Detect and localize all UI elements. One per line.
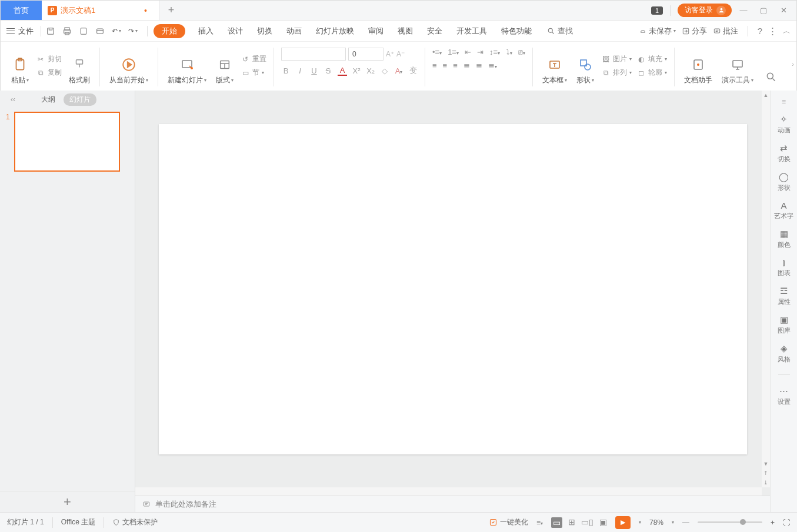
prev-slide-icon[interactable]: ⤒ xyxy=(762,469,770,478)
reset-button[interactable]: ↺重置 xyxy=(241,54,266,64)
cut-button[interactable]: ✂剪切 xyxy=(36,54,62,64)
theme-label[interactable]: Office 主题 xyxy=(61,517,95,527)
from-current-button[interactable]: 从当前开始▾ xyxy=(107,45,151,86)
login-button[interactable]: 访客登录 xyxy=(678,4,732,17)
tab-security[interactable]: 安全 xyxy=(426,24,443,39)
align-justify-button[interactable]: ≣ xyxy=(463,61,470,70)
zoom-out-button[interactable]: — xyxy=(682,518,689,527)
open-icon[interactable] xyxy=(95,26,105,36)
rp-chart[interactable]: ⫿图表 xyxy=(778,257,791,277)
rp-animation[interactable]: ✧动画 xyxy=(778,114,791,135)
copy-button[interactable]: ⧉复制 xyxy=(36,68,62,78)
outline-view-icon[interactable]: ≡▾ xyxy=(536,518,543,527)
rp-style[interactable]: ◈风格 xyxy=(778,343,791,364)
picture-button[interactable]: 🖼图片▾ xyxy=(601,54,632,64)
scroll-up-icon[interactable]: ▲ xyxy=(762,91,770,100)
minimize-button[interactable]: — xyxy=(735,6,752,15)
outline-button[interactable]: ◻轮廓▾ xyxy=(636,68,667,78)
close-button[interactable]: ✕ xyxy=(775,6,792,15)
maximize-button[interactable]: ▢ xyxy=(755,6,772,15)
share-button[interactable]: 分享 xyxy=(682,26,707,36)
increase-font-button[interactable]: A⁺ xyxy=(386,50,394,58)
columns-button[interactable]: ≣▾ xyxy=(488,61,497,70)
zoom-slider[interactable] xyxy=(698,521,762,523)
notification-badge[interactable]: 1 xyxy=(651,6,663,15)
tab-animation[interactable]: 动画 xyxy=(285,24,303,39)
textbox-button[interactable]: 文本框▾ xyxy=(540,45,569,86)
clear-format-button[interactable]: ◇ xyxy=(380,66,389,75)
add-slide-button[interactable]: + xyxy=(0,491,135,512)
tab-design[interactable]: 设计 xyxy=(226,24,244,39)
rp-transition[interactable]: ⇄切换 xyxy=(778,143,791,163)
beautify-button[interactable]: 一键美化 xyxy=(489,517,528,527)
zoom-in-button[interactable]: + xyxy=(771,518,775,527)
slide-thumb-1[interactable]: 1 xyxy=(6,112,129,172)
tab-start[interactable]: 开始 xyxy=(154,24,185,38)
slide-canvas[interactable] xyxy=(159,124,747,454)
rp-wordart[interactable]: A艺术字 xyxy=(774,200,793,220)
indent-inc-button[interactable]: ⇥ xyxy=(477,48,483,56)
help-button[interactable]: ? xyxy=(758,26,762,36)
outline-tab[interactable]: 大纲 xyxy=(41,95,55,105)
decrease-font-button[interactable]: A⁻ xyxy=(396,50,405,58)
doc-protect-button[interactable]: 文档未保护 xyxy=(112,517,158,527)
fill-button[interactable]: ◐填充▾ xyxy=(636,54,667,64)
tab-review[interactable]: 审阅 xyxy=(367,24,385,39)
find-replace-button[interactable] xyxy=(761,45,782,86)
tab-transition[interactable]: 切换 xyxy=(256,24,274,39)
distribute-button[interactable]: ≣ xyxy=(476,61,482,70)
tab-slideshow[interactable]: 幻灯片放映 xyxy=(315,24,355,39)
change-case-button[interactable]: 变 xyxy=(408,65,418,76)
save-icon[interactable] xyxy=(46,26,55,36)
numbering-button[interactable]: 1≡▾ xyxy=(448,48,459,56)
file-menu[interactable]: 文件 xyxy=(18,26,34,36)
collapse-ribbon-button[interactable]: ︿ xyxy=(783,26,791,36)
tab-insert[interactable]: 插入 xyxy=(197,24,215,39)
font-size-input[interactable] xyxy=(348,48,384,61)
new-slide-button[interactable]: 新建幻灯片▾ xyxy=(165,45,209,86)
reading-view-button[interactable]: ▭▯ xyxy=(581,517,593,528)
present-tools-button[interactable]: 演示工具▾ xyxy=(719,45,756,86)
align-right-button[interactable]: ≡ xyxy=(453,61,458,70)
tab-devtools[interactable]: 开发工具 xyxy=(455,24,488,39)
redo-button[interactable]: ↷▾ xyxy=(128,27,138,35)
section-button[interactable]: ▭节▾ xyxy=(241,68,266,78)
zoom-dropdown[interactable]: ▾ xyxy=(672,520,674,525)
font-color-button[interactable]: A xyxy=(338,66,347,76)
strike-button[interactable]: S xyxy=(324,66,333,75)
undo-button[interactable]: ↶▾ xyxy=(112,27,121,35)
bold-button[interactable]: B xyxy=(281,66,291,75)
doc-helper-button[interactable]: 文档助手 xyxy=(682,45,715,86)
align-text-button[interactable]: ⎚▾ xyxy=(518,48,525,56)
tab-home[interactable]: 首页 xyxy=(1,1,42,20)
play-slideshow-button[interactable]: ▶ xyxy=(615,516,631,529)
rp-settings[interactable]: ⋯设置 xyxy=(778,386,791,406)
next-slide-icon[interactable]: ⤓ xyxy=(762,478,770,487)
tab-view[interactable]: 视图 xyxy=(396,24,414,39)
print-preview-icon[interactable] xyxy=(79,26,88,36)
right-panel-hamburger[interactable]: ≡ xyxy=(782,98,786,106)
collapse-panel-button[interactable]: ‹‹ xyxy=(11,95,15,103)
horizontal-scrollbar[interactable] xyxy=(135,487,762,496)
zoom-percent[interactable]: 78% xyxy=(649,518,663,527)
highlight-button[interactable]: A▾ xyxy=(394,66,403,75)
rp-color[interactable]: ▦颜色 xyxy=(778,229,791,249)
print-icon[interactable] xyxy=(62,26,72,36)
arrange-button[interactable]: ⧉排列▾ xyxy=(601,68,632,78)
play-dropdown[interactable]: ▾ xyxy=(639,520,641,525)
shape-button[interactable]: 形状▾ xyxy=(574,45,596,86)
underline-button[interactable]: U xyxy=(309,66,319,75)
font-family-input[interactable] xyxy=(281,48,346,61)
text-direction-button[interactable]: ⤵▾ xyxy=(506,48,512,56)
rp-property[interactable]: ☲属性 xyxy=(778,286,791,306)
zoom-handle[interactable] xyxy=(740,519,746,525)
rp-shape[interactable]: ◯形状 xyxy=(778,172,791,192)
indent-dec-button[interactable]: ⇤ xyxy=(465,48,471,56)
more-button[interactable]: ⋮ xyxy=(768,26,777,36)
new-tab-button[interactable]: + xyxy=(159,1,183,20)
superscript-button[interactable]: X² xyxy=(352,66,361,75)
scroll-down-icon[interactable]: ▼ xyxy=(762,459,770,469)
subscript-button[interactable]: X₂ xyxy=(366,66,375,75)
vertical-scrollbar[interactable]: ▲ ▼ ⤒ ⤓ xyxy=(762,91,770,487)
slides-tab[interactable]: 幻灯片 xyxy=(64,93,96,106)
